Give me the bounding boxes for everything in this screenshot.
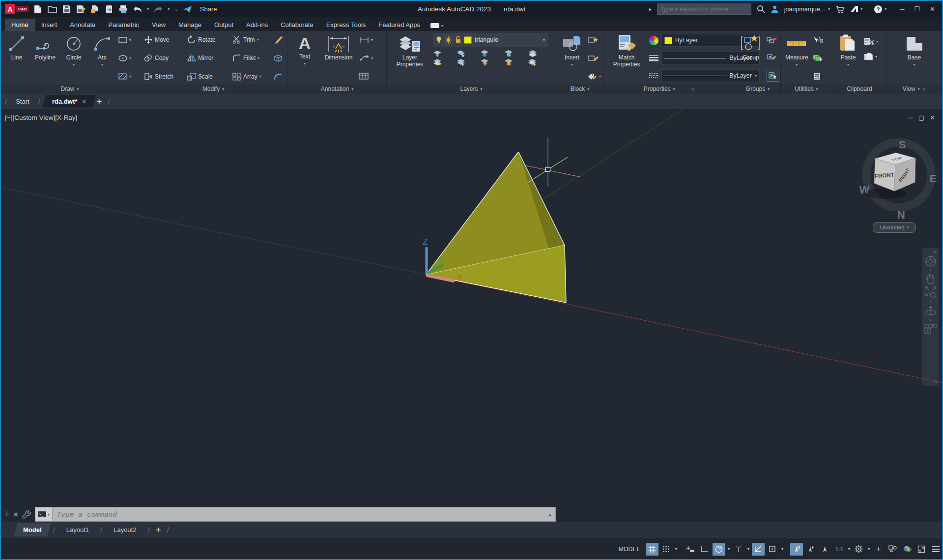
graphics-performance-button[interactable]: [901, 543, 914, 556]
cut-button[interactable]: ▾: [864, 36, 878, 47]
workspace-dropdown-icon[interactable]: ▾: [867, 547, 871, 551]
search-expand-icon[interactable]: ▸: [649, 6, 652, 12]
file-tab-document[interactable]: rda.dwt*✕: [43, 95, 96, 108]
plot-icon[interactable]: [118, 4, 128, 14]
user-avatar-icon[interactable]: [771, 5, 779, 13]
save-to-web-icon[interactable]: [104, 4, 114, 14]
model-space-button[interactable]: MODEL: [614, 546, 644, 553]
qat-customize-icon[interactable]: ⌄: [174, 6, 178, 12]
insert-block-button[interactable]: Insert ▾: [559, 33, 585, 83]
navbar-close-icon[interactable]: ✕: [933, 250, 937, 254]
save-icon[interactable]: [61, 4, 71, 14]
snap-toggle[interactable]: [660, 543, 673, 556]
drawing-viewport[interactable]: Z X Y S E N W: [1, 109, 942, 522]
panel-label-annotation[interactable]: Annotation▾: [288, 84, 386, 94]
circle-button[interactable]: Circle ▾: [61, 33, 86, 83]
arc-button[interactable]: Arc ▾: [89, 33, 115, 83]
trim-button[interactable]: Trim▾: [232, 33, 259, 46]
signed-in-user[interactable]: joaopmarque...▾: [784, 6, 830, 13]
layer-unlock-all-tool-icon[interactable]: [504, 58, 514, 66]
panel-label-groups[interactable]: Groups▾: [735, 84, 780, 94]
dynamic-input-toggle[interactable]: [684, 543, 697, 556]
select-similar-button[interactable]: [813, 53, 824, 63]
insert-dropdown-icon[interactable]: ▾: [571, 62, 573, 67]
help-icon[interactable]: ? ▾: [874, 5, 886, 14]
tab-annotate[interactable]: Annotate: [63, 19, 102, 31]
quick-calculator-button[interactable]: [813, 71, 824, 82]
viewport-close-icon[interactable]: ✕: [930, 114, 935, 121]
layer-dropdown[interactable]: triangulo ▾: [433, 33, 548, 47]
move-button[interactable]: Move: [144, 33, 179, 46]
ellipse-button[interactable]: ▾: [118, 53, 131, 63]
layer-match-tool-icon[interactable]: [457, 58, 466, 66]
offset-button[interactable]: [273, 70, 283, 83]
customization-menu-button[interactable]: [929, 543, 942, 556]
panel-label-modify[interactable]: Modify▾: [139, 84, 287, 94]
close-file-tab-icon[interactable]: ✕: [82, 98, 86, 105]
panel-label-view[interactable]: View▾ ↘: [887, 84, 942, 94]
orbit-icon[interactable]: [925, 305, 937, 317]
tab-featured-apps[interactable]: Featured Apps: [372, 19, 427, 31]
navigation-wheel-icon[interactable]: [925, 255, 937, 267]
view-dialog-launcher-icon[interactable]: ↘: [922, 86, 926, 91]
define-attributes-button[interactable]: ▾: [588, 71, 601, 82]
layer-off-tool-icon[interactable]: [433, 50, 442, 57]
annotation-autoscale-toggle[interactable]: [804, 543, 817, 556]
save-as-icon[interactable]: [76, 4, 86, 14]
isometric-drafting-toggle[interactable]: [732, 543, 745, 556]
viewport-controls-label[interactable]: [−][Custom View][X-Ray]: [5, 114, 77, 121]
group-selection-toggle[interactable]: [767, 69, 779, 82]
layer-lock-tool-icon[interactable]: [504, 50, 514, 57]
panel-label-clipboard[interactable]: Clipboard: [832, 84, 886, 94]
tab-output[interactable]: Output: [208, 19, 240, 31]
polar-dropdown-icon[interactable]: ▾: [727, 547, 731, 551]
match-properties-button[interactable]: Match Properties: [607, 33, 646, 83]
annotation-visibility-toggle[interactable]: [790, 543, 803, 556]
paste-button[interactable]: Paste ▾: [835, 33, 861, 83]
layer-properties-button[interactable]: Layer Properties: [390, 33, 430, 83]
tab-add-ins[interactable]: Add-ins: [240, 19, 274, 31]
viewport-restore-icon[interactable]: ▢: [918, 114, 924, 121]
redo-dropdown-icon[interactable]: ▾: [168, 7, 170, 11]
panel-label-utilities[interactable]: Utilities▾: [781, 84, 832, 94]
layer-isolate-tool-icon[interactable]: [433, 58, 442, 66]
isolate-objects-button[interactable]: [886, 543, 899, 556]
copy-button[interactable]: Copy: [144, 52, 179, 64]
layer-color-swatch[interactable]: [464, 36, 472, 44]
leader-button[interactable]: ▾: [359, 53, 373, 63]
undo-dropdown-icon[interactable]: ▾: [147, 7, 149, 11]
new-drawing-tab-button[interactable]: +: [96, 96, 102, 107]
app-store-cart-icon[interactable]: [835, 5, 844, 13]
minimize-button[interactable]: ─: [900, 5, 904, 13]
model-canvas[interactable]: Z X Y S E N W: [1, 109, 942, 522]
object-snap-toggle[interactable]: [766, 543, 779, 556]
open-folder-icon[interactable]: [47, 4, 57, 14]
autodesk-logo-icon[interactable]: ▾: [850, 5, 862, 13]
undo-icon[interactable]: [133, 4, 143, 14]
navwheel-dropdown-icon[interactable]: ▾: [930, 268, 932, 272]
new-file-icon[interactable]: [33, 4, 43, 14]
base-button[interactable]: Base ▾: [902, 33, 927, 83]
write-block-button[interactable]: [588, 53, 601, 63]
annotation-scale-button[interactable]: [819, 543, 831, 556]
object-snap-tracking-toggle[interactable]: [752, 543, 765, 556]
quick-select-button[interactable]: [813, 34, 824, 45]
layout-tab-model[interactable]: Model: [14, 523, 51, 536]
measure-button[interactable]: Measure ▾: [784, 33, 810, 83]
paste-dropdown-icon[interactable]: ▾: [847, 62, 849, 67]
array-button[interactable]: Array▾: [232, 70, 261, 83]
tab-manage[interactable]: Manage: [172, 19, 208, 31]
pan-hand-icon[interactable]: [925, 273, 936, 285]
navigation-bar[interactable]: ✕ ▾ ▾ ▾ ⊖: [922, 248, 939, 386]
share-icon[interactable]: [183, 4, 193, 14]
scale-button[interactable]: Scale: [187, 70, 225, 83]
line-button[interactable]: Line: [4, 33, 29, 83]
layer-freeze-tool-icon[interactable]: [480, 50, 489, 57]
recent-commands-icon[interactable]: ▾: [48, 512, 50, 517]
properties-dialog-launcher-icon[interactable]: ↘: [691, 86, 695, 91]
linear-dimension-button[interactable]: ▾: [359, 34, 373, 45]
hatch-button[interactable]: ▾: [118, 71, 131, 82]
create-block-button[interactable]: [588, 34, 601, 45]
command-prompt-button[interactable]: >_ ▾: [35, 507, 53, 521]
layer-states-tool-icon[interactable]: [528, 50, 537, 57]
